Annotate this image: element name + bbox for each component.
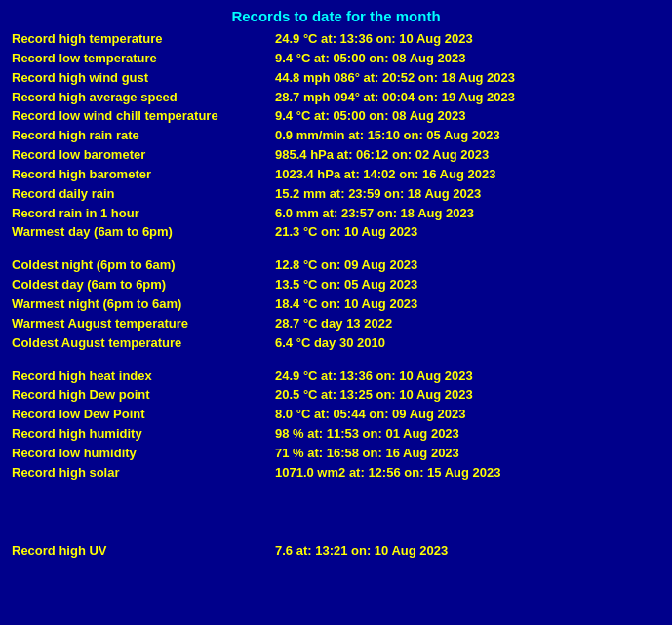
record-label: Record high temperature [12, 30, 275, 49]
record-label: Coldest day (6am to 6pm) [12, 276, 275, 294]
table-row: Record high humidity98 % at: 11:53 on: 0… [12, 425, 660, 444]
record-value: 28.7 mph 094° at: 00:04 on: 19 Aug 2023 [275, 89, 515, 107]
record-value: 7.6 at: 13:21 on: 10 Aug 2023 [275, 542, 448, 561]
record-label: Record high Dew point [12, 386, 275, 405]
table-row: Record low barometer985.4 hPa at: 06:12 … [12, 146, 660, 165]
table-row: Record high heat index24.9 °C at: 13:36 … [12, 368, 660, 386]
table-row: Warmest day (6am to 6pm)21.3 °C on: 10 A… [12, 223, 660, 242]
record-value: 0.9 mm/min at: 15:10 on: 05 Aug 2023 [275, 127, 500, 145]
record-value: 6.4 °C day 30 2010 [275, 334, 385, 353]
record-value: 18.4 °C on: 10 Aug 2023 [275, 295, 417, 314]
record-label: Coldest August temperature [12, 334, 275, 353]
table-row: Record high temperature24.9 °C at: 13:36… [12, 30, 660, 49]
record-value: 44.8 mph 086° at: 20:52 on: 18 Aug 2023 [275, 69, 515, 88]
records-group1: Record high temperature24.9 °C at: 13:36… [12, 30, 660, 242]
record-label: Record high heat index [12, 368, 275, 386]
record-value: 8.0 °C at: 05:44 on: 09 Aug 2023 [275, 406, 465, 424]
table-row: Record high UV7.6 at: 13:21 on: 10 Aug 2… [12, 542, 660, 561]
records-group4-spacer [12, 484, 660, 542]
record-value: 98 % at: 11:53 on: 01 Aug 2023 [275, 425, 459, 444]
record-label: Record high UV [12, 542, 275, 561]
record-value: 20.5 °C at: 13:25 on: 10 Aug 2023 [275, 386, 473, 405]
record-value: 21.3 °C on: 10 Aug 2023 [275, 223, 417, 242]
record-value: 9.4 °C at: 05:00 on: 08 Aug 2023 [275, 107, 465, 126]
record-label: Record high rain rate [12, 127, 275, 145]
record-value: 9.4 °C at: 05:00 on: 08 Aug 2023 [275, 50, 465, 68]
record-value: 28.7 °C day 13 2022 [275, 315, 392, 333]
record-label: Record low wind chill temperature [12, 107, 275, 126]
table-row: Record low humidity71 % at: 16:58 on: 16… [12, 445, 660, 463]
table-row: Record rain in 1 hour6.0 mm at: 23:57 on… [12, 205, 660, 223]
record-label: Record low barometer [12, 146, 275, 165]
record-value: 985.4 hPa at: 06:12 on: 02 Aug 2023 [275, 146, 489, 165]
record-value: 24.9 °C at: 13:36 on: 10 Aug 2023 [275, 30, 473, 49]
table-row: Record daily rain15.2 mm at: 23:59 on: 1… [12, 185, 660, 204]
table-row: Record high average speed28.7 mph 094° a… [12, 89, 660, 107]
records-group3: Record high heat index24.9 °C at: 13:36 … [12, 368, 660, 483]
table-row: Warmest August temperature28.7 °C day 13… [12, 315, 660, 333]
table-row: Record low wind chill temperature9.4 °C … [12, 107, 660, 126]
record-label: Warmest day (6am to 6pm) [12, 223, 275, 242]
record-label: Record high wind gust [12, 69, 275, 88]
record-value: 13.5 °C on: 05 Aug 2023 [275, 276, 417, 294]
record-value: 1071.0 wm2 at: 12:56 on: 15 Aug 2023 [275, 464, 500, 483]
record-label: Record high barometer [12, 166, 275, 184]
record-label: Warmest August temperature [12, 315, 275, 333]
record-value: 15.2 mm at: 23:59 on: 18 Aug 2023 [275, 185, 481, 204]
record-label: Record low humidity [12, 445, 275, 463]
table-row: Record high solar1071.0 wm2 at: 12:56 on… [12, 464, 660, 483]
page-title: Records to date for the month [12, 8, 660, 24]
record-value: 1023.4 hPa at: 14:02 on: 16 Aug 2023 [275, 166, 495, 184]
record-label: Record rain in 1 hour [12, 205, 275, 223]
table-row: Record low temperature9.4 °C at: 05:00 o… [12, 50, 660, 68]
record-value: 71 % at: 16:58 on: 16 Aug 2023 [275, 445, 459, 463]
record-label: Record daily rain [12, 185, 275, 204]
records-group4: Record high UV7.6 at: 13:21 on: 10 Aug 2… [12, 542, 660, 561]
record-label: Record high humidity [12, 425, 275, 444]
record-label: Record low temperature [12, 50, 275, 68]
record-value: 24.9 °C at: 13:36 on: 10 Aug 2023 [275, 368, 473, 386]
table-row: Record high Dew point20.5 °C at: 13:25 o… [12, 386, 660, 405]
record-label: Record high solar [12, 464, 275, 483]
table-row: Record low Dew Point8.0 °C at: 05:44 on:… [12, 406, 660, 424]
table-row: Coldest night (6pm to 6am)12.8 °C on: 09… [12, 256, 660, 275]
records-group2: Coldest night (6pm to 6am)12.8 °C on: 09… [12, 256, 660, 352]
record-value: 12.8 °C on: 09 Aug 2023 [275, 256, 417, 275]
table-row: Warmest night (6pm to 6am)18.4 °C on: 10… [12, 295, 660, 314]
record-label: Coldest night (6pm to 6am) [12, 256, 275, 275]
record-label: Record high average speed [12, 89, 275, 107]
table-row: Record high wind gust44.8 mph 086° at: 2… [12, 69, 660, 88]
record-label: Warmest night (6pm to 6am) [12, 295, 275, 314]
table-row: Record high barometer1023.4 hPa at: 14:0… [12, 166, 660, 184]
record-label: Record low Dew Point [12, 406, 275, 424]
record-value: 6.0 mm at: 23:57 on: 18 Aug 2023 [275, 205, 474, 223]
table-row: Record high rain rate0.9 mm/min at: 15:1… [12, 127, 660, 145]
table-row: Coldest day (6am to 6pm)13.5 °C on: 05 A… [12, 276, 660, 294]
table-row: Coldest August temperature6.4 °C day 30 … [12, 334, 660, 353]
